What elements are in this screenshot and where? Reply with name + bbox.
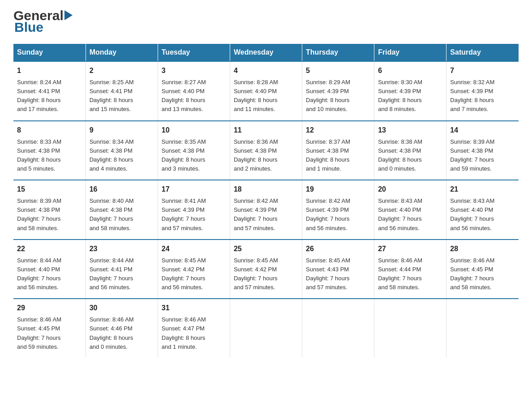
- calendar-cell: 16Sunrise: 8:40 AMSunset: 4:38 PMDayligh…: [86, 180, 158, 240]
- day-info: Sunrise: 8:46 AMSunset: 4:45 PMDaylight:…: [17, 316, 61, 350]
- day-info: Sunrise: 8:42 AMSunset: 4:39 PMDaylight:…: [306, 197, 350, 231]
- logo-blue-text: Blue: [14, 20, 43, 35]
- calendar-cell: 25Sunrise: 8:45 AMSunset: 4:42 PMDayligh…: [230, 240, 302, 299]
- day-info: Sunrise: 8:46 AMSunset: 4:44 PMDaylight:…: [378, 257, 422, 291]
- logo: General Blue: [13, 9, 73, 35]
- calendar-cell: [446, 299, 519, 358]
- calendar-cell: 3Sunrise: 8:27 AMSunset: 4:40 PMDaylight…: [158, 61, 230, 121]
- calendar-cell: 26Sunrise: 8:45 AMSunset: 4:43 PMDayligh…: [302, 240, 374, 299]
- day-number: 19: [306, 184, 370, 195]
- day-number: 10: [162, 125, 226, 136]
- day-number: 21: [450, 184, 515, 195]
- calendar-cell: 30Sunrise: 8:46 AMSunset: 4:46 PMDayligh…: [86, 299, 158, 358]
- calendar-cell: 8Sunrise: 8:33 AMSunset: 4:38 PMDaylight…: [13, 121, 86, 180]
- day-info: Sunrise: 8:36 AMSunset: 4:38 PMDaylight:…: [234, 138, 278, 172]
- logo-arrow-icon: [64, 10, 73, 20]
- calendar-cell: 1Sunrise: 8:24 AMSunset: 4:41 PMDaylight…: [13, 61, 86, 121]
- day-info: Sunrise: 8:34 AMSunset: 4:38 PMDaylight:…: [90, 138, 134, 172]
- calendar-cell: [374, 299, 446, 358]
- day-number: 27: [378, 244, 442, 254]
- day-number: 31: [162, 303, 226, 313]
- day-info: Sunrise: 8:35 AMSunset: 4:38 PMDaylight:…: [162, 138, 206, 172]
- calendar-cell: 5Sunrise: 8:29 AMSunset: 4:39 PMDaylight…: [302, 61, 374, 121]
- calendar-table: SundayMondayTuesdayWednesdayThursdayFrid…: [13, 44, 519, 358]
- day-info: Sunrise: 8:44 AMSunset: 4:41 PMDaylight:…: [90, 257, 134, 291]
- calendar-cell: 10Sunrise: 8:35 AMSunset: 4:38 PMDayligh…: [158, 121, 230, 180]
- day-number: 30: [90, 303, 154, 313]
- day-info: Sunrise: 8:33 AMSunset: 4:38 PMDaylight:…: [17, 138, 61, 172]
- calendar-cell: 22Sunrise: 8:44 AMSunset: 4:40 PMDayligh…: [13, 240, 86, 299]
- calendar-cell: 11Sunrise: 8:36 AMSunset: 4:38 PMDayligh…: [230, 121, 302, 180]
- day-info: Sunrise: 8:41 AMSunset: 4:39 PMDaylight:…: [162, 197, 206, 231]
- col-header-sunday: Sunday: [13, 44, 86, 61]
- day-number: 2: [90, 65, 154, 76]
- calendar-cell: 29Sunrise: 8:46 AMSunset: 4:45 PMDayligh…: [13, 299, 86, 358]
- day-info: Sunrise: 8:42 AMSunset: 4:39 PMDaylight:…: [234, 197, 278, 231]
- calendar-cell: 6Sunrise: 8:30 AMSunset: 4:39 PMDaylight…: [374, 61, 446, 121]
- calendar-cell: 15Sunrise: 8:39 AMSunset: 4:38 PMDayligh…: [13, 180, 86, 240]
- day-info: Sunrise: 8:37 AMSunset: 4:38 PMDaylight:…: [306, 138, 350, 172]
- calendar-cell: 19Sunrise: 8:42 AMSunset: 4:39 PMDayligh…: [302, 180, 374, 240]
- day-info: Sunrise: 8:30 AMSunset: 4:39 PMDaylight:…: [378, 79, 422, 112]
- calendar-week-row: 22Sunrise: 8:44 AMSunset: 4:40 PMDayligh…: [13, 240, 519, 299]
- day-number: 7: [450, 65, 515, 76]
- day-number: 1: [17, 65, 82, 76]
- day-number: 4: [234, 65, 298, 76]
- col-header-tuesday: Tuesday: [158, 44, 230, 61]
- calendar-cell: 17Sunrise: 8:41 AMSunset: 4:39 PMDayligh…: [158, 180, 230, 240]
- col-header-saturday: Saturday: [446, 44, 519, 61]
- calendar-week-row: 29Sunrise: 8:46 AMSunset: 4:45 PMDayligh…: [13, 299, 519, 358]
- calendar-cell: 28Sunrise: 8:46 AMSunset: 4:45 PMDayligh…: [446, 240, 519, 299]
- day-info: Sunrise: 8:46 AMSunset: 4:47 PMDaylight:…: [162, 316, 206, 350]
- day-number: 5: [306, 65, 370, 76]
- day-number: 25: [234, 244, 298, 254]
- day-info: Sunrise: 8:27 AMSunset: 4:40 PMDaylight:…: [162, 79, 206, 112]
- day-info: Sunrise: 8:45 AMSunset: 4:43 PMDaylight:…: [306, 257, 350, 291]
- calendar-cell: 18Sunrise: 8:42 AMSunset: 4:39 PMDayligh…: [230, 180, 302, 240]
- col-header-friday: Friday: [374, 44, 446, 61]
- day-number: 6: [378, 65, 442, 76]
- day-number: 13: [378, 125, 442, 136]
- calendar-cell: 24Sunrise: 8:45 AMSunset: 4:42 PMDayligh…: [158, 240, 230, 299]
- calendar-cell: 13Sunrise: 8:38 AMSunset: 4:38 PMDayligh…: [374, 121, 446, 180]
- day-info: Sunrise: 8:43 AMSunset: 4:40 PMDaylight:…: [450, 197, 494, 231]
- svg-marker-0: [64, 10, 73, 20]
- calendar-cell: 9Sunrise: 8:34 AMSunset: 4:38 PMDaylight…: [86, 121, 158, 180]
- col-header-monday: Monday: [86, 44, 158, 61]
- calendar-cell: 23Sunrise: 8:44 AMSunset: 4:41 PMDayligh…: [86, 240, 158, 299]
- calendar-cell: 21Sunrise: 8:43 AMSunset: 4:40 PMDayligh…: [446, 180, 519, 240]
- calendar-cell: 4Sunrise: 8:28 AMSunset: 4:40 PMDaylight…: [230, 61, 302, 121]
- day-number: 12: [306, 125, 370, 136]
- calendar-cell: 14Sunrise: 8:39 AMSunset: 4:38 PMDayligh…: [446, 121, 519, 180]
- day-number: 11: [234, 125, 298, 136]
- calendar-cell: 2Sunrise: 8:25 AMSunset: 4:41 PMDaylight…: [86, 61, 158, 121]
- col-header-wednesday: Wednesday: [230, 44, 302, 61]
- day-number: 15: [17, 184, 82, 195]
- calendar-cell: 7Sunrise: 8:32 AMSunset: 4:39 PMDaylight…: [446, 61, 519, 121]
- day-number: 3: [162, 65, 226, 76]
- day-number: 29: [17, 303, 82, 313]
- day-info: Sunrise: 8:25 AMSunset: 4:41 PMDaylight:…: [90, 79, 134, 112]
- day-number: 23: [90, 244, 154, 254]
- day-info: Sunrise: 8:46 AMSunset: 4:45 PMDaylight:…: [450, 257, 494, 291]
- calendar-header-row: SundayMondayTuesdayWednesdayThursdayFrid…: [13, 44, 519, 61]
- day-info: Sunrise: 8:43 AMSunset: 4:40 PMDaylight:…: [378, 197, 422, 231]
- calendar-cell: 31Sunrise: 8:46 AMSunset: 4:47 PMDayligh…: [158, 299, 230, 358]
- day-info: Sunrise: 8:44 AMSunset: 4:40 PMDaylight:…: [17, 257, 61, 291]
- day-number: 9: [90, 125, 154, 136]
- day-number: 20: [378, 184, 442, 195]
- col-header-thursday: Thursday: [302, 44, 374, 61]
- day-info: Sunrise: 8:32 AMSunset: 4:39 PMDaylight:…: [450, 79, 494, 112]
- calendar-cell: [230, 299, 302, 358]
- day-info: Sunrise: 8:45 AMSunset: 4:42 PMDaylight:…: [234, 257, 278, 291]
- day-number: 16: [90, 184, 154, 195]
- day-info: Sunrise: 8:40 AMSunset: 4:38 PMDaylight:…: [90, 197, 134, 231]
- day-number: 14: [450, 125, 515, 136]
- calendar-cell: 12Sunrise: 8:37 AMSunset: 4:38 PMDayligh…: [302, 121, 374, 180]
- calendar-cell: 20Sunrise: 8:43 AMSunset: 4:40 PMDayligh…: [374, 180, 446, 240]
- calendar-week-row: 1Sunrise: 8:24 AMSunset: 4:41 PMDaylight…: [13, 61, 519, 121]
- day-number: 18: [234, 184, 298, 195]
- calendar-week-row: 15Sunrise: 8:39 AMSunset: 4:38 PMDayligh…: [13, 180, 519, 240]
- day-info: Sunrise: 8:38 AMSunset: 4:38 PMDaylight:…: [378, 138, 422, 172]
- day-info: Sunrise: 8:45 AMSunset: 4:42 PMDaylight:…: [162, 257, 206, 291]
